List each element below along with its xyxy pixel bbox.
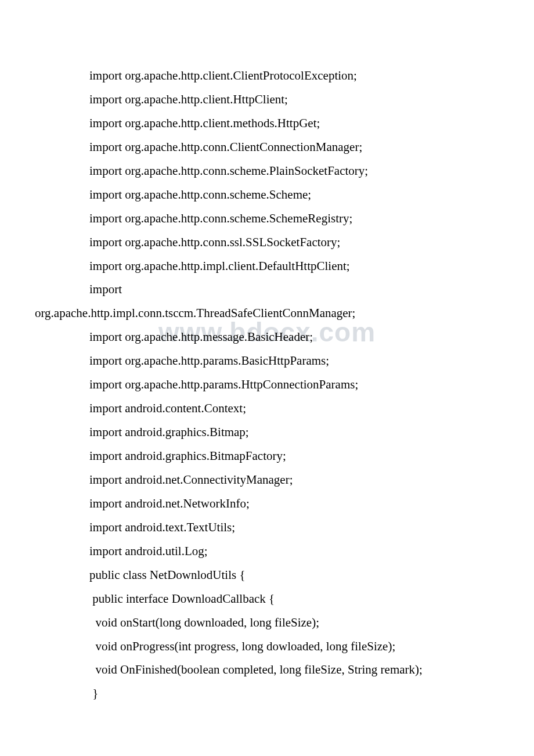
code-line: import org.apache.http.conn.ClientConnec… (35, 135, 499, 159)
code-line: void onProgress(int progress, long dowlo… (35, 635, 499, 658)
code-line: import org.apache.http.params.BasicHttpP… (35, 349, 499, 373)
code-line: import org.apache.http.message.BasicHead… (35, 325, 499, 349)
code-line: import org.apache.http.conn.ssl.SSLSocke… (35, 231, 499, 254)
code-line: import org.apache.http.client.methods.Ht… (35, 111, 499, 135)
code-line: public class NetDownlodUtils { (35, 563, 499, 587)
code-line: import org.apache.http.conn.scheme.Schem… (35, 207, 499, 231)
document-page: import org.apache.http.client.ClientProt… (0, 0, 534, 740)
code-line: import android.content.Context; (35, 397, 499, 420)
code-line: import android.graphics.BitmapFactory; (35, 444, 499, 468)
code-line: import org.apache.http.params.HttpConnec… (35, 373, 499, 397)
code-line: import org.apache.http.impl.client.Defau… (35, 254, 499, 278)
code-line: import android.util.Log; (35, 539, 499, 563)
code-line: import org.apache.http.client.ClientProt… (35, 64, 499, 88)
code-line: import android.net.NetworkInfo; (35, 492, 499, 516)
code-block: import org.apache.http.client.ClientProt… (35, 64, 499, 705)
code-line: import (35, 278, 499, 301)
code-line: org.apache.http.impl.conn.tsccm.ThreadSa… (35, 301, 499, 325)
code-line: import org.apache.http.client.HttpClient… (35, 88, 499, 111)
code-line: void OnFinished(boolean completed, long … (35, 658, 499, 682)
code-line: import android.text.TextUtils; (35, 516, 499, 539)
code-line: import org.apache.http.conn.scheme.Schem… (35, 183, 499, 207)
code-line: import org.apache.http.conn.scheme.Plain… (35, 159, 499, 183)
code-line: } (35, 682, 499, 705)
code-line: import android.net.ConnectivityManager; (35, 468, 499, 492)
code-line: void onStart(long downloaded, long fileS… (35, 611, 499, 635)
code-line: import android.graphics.Bitmap; (35, 420, 499, 444)
code-line: public interface DownloadCallback { (35, 587, 499, 611)
